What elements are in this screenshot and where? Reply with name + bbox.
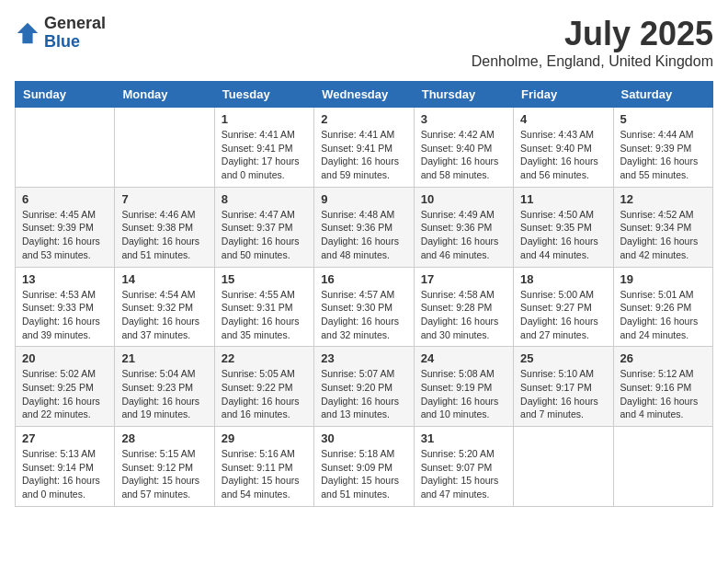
calendar-week-row: 6Sunrise: 4:45 AMSunset: 9:39 PMDaylight… — [16, 187, 713, 267]
day-info: Sunrise: 4:47 AMSunset: 9:37 PMDaylight:… — [222, 208, 307, 262]
day-number: 26 — [620, 351, 706, 365]
calendar-cell — [613, 427, 712, 507]
calendar-cell: 28Sunrise: 5:15 AMSunset: 9:12 PMDayligh… — [115, 427, 214, 507]
calendar-cell: 23Sunrise: 5:07 AMSunset: 9:20 PMDayligh… — [314, 347, 414, 427]
calendar-cell: 3Sunrise: 4:42 AMSunset: 9:40 PMDaylight… — [414, 108, 513, 188]
calendar-cell: 22Sunrise: 5:05 AMSunset: 9:22 PMDayligh… — [214, 347, 313, 427]
calendar-cell: 19Sunrise: 5:01 AMSunset: 9:26 PMDayligh… — [613, 267, 712, 347]
day-number: 15 — [222, 272, 307, 286]
day-number: 22 — [222, 351, 307, 365]
logo-text: General Blue — [44, 15, 106, 52]
svg-marker-0 — [17, 23, 38, 43]
day-info: Sunrise: 4:41 AMSunset: 9:41 PMDaylight:… — [222, 128, 307, 182]
day-number: 13 — [22, 272, 108, 286]
calendar-week-row: 13Sunrise: 4:53 AMSunset: 9:33 PMDayligh… — [16, 267, 713, 347]
calendar-cell: 10Sunrise: 4:49 AMSunset: 9:36 PMDayligh… — [414, 187, 513, 267]
calendar-cell: 9Sunrise: 4:48 AMSunset: 9:36 PMDaylight… — [314, 187, 414, 267]
calendar-cell: 15Sunrise: 4:55 AMSunset: 9:31 PMDayligh… — [214, 267, 313, 347]
day-number: 10 — [421, 192, 506, 206]
calendar-cell: 2Sunrise: 4:41 AMSunset: 9:41 PMDaylight… — [314, 108, 414, 188]
calendar-cell: 27Sunrise: 5:13 AMSunset: 9:14 PMDayligh… — [16, 427, 115, 507]
calendar-cell: 24Sunrise: 5:08 AMSunset: 9:19 PMDayligh… — [414, 347, 513, 427]
weekday-header: Thursday — [414, 82, 513, 108]
calendar-cell: 21Sunrise: 5:04 AMSunset: 9:23 PMDayligh… — [115, 347, 214, 427]
day-info: Sunrise: 4:41 AMSunset: 9:41 PMDaylight:… — [321, 128, 406, 182]
day-number: 3 — [421, 112, 506, 126]
day-number: 27 — [22, 431, 108, 445]
weekday-header: Sunday — [16, 82, 115, 108]
calendar-cell: 31Sunrise: 5:20 AMSunset: 9:07 PMDayligh… — [414, 427, 513, 507]
day-number: 16 — [321, 272, 406, 286]
day-number: 9 — [321, 192, 406, 206]
logo-general: General — [44, 15, 106, 33]
calendar-cell: 7Sunrise: 4:46 AMSunset: 9:38 PMDaylight… — [115, 187, 214, 267]
day-number: 5 — [620, 112, 706, 126]
day-number: 4 — [520, 112, 606, 126]
day-info: Sunrise: 5:12 AMSunset: 9:16 PMDaylight:… — [620, 367, 706, 421]
calendar-cell — [514, 427, 613, 507]
logo: General Blue — [15, 15, 106, 52]
weekday-header: Friday — [514, 82, 613, 108]
subtitle: Denholme, England, United Kingdom — [472, 53, 713, 70]
day-info: Sunrise: 5:20 AMSunset: 9:07 PMDaylight:… — [421, 447, 506, 501]
logo-blue: Blue — [44, 33, 106, 52]
title-section: July 2025 Denholme, England, United King… — [472, 15, 713, 70]
day-info: Sunrise: 4:44 AMSunset: 9:39 PMDaylight:… — [620, 128, 706, 182]
day-info: Sunrise: 4:46 AMSunset: 9:38 PMDaylight:… — [121, 208, 207, 262]
calendar-cell: 4Sunrise: 4:43 AMSunset: 9:40 PMDaylight… — [514, 108, 613, 188]
calendar-cell: 29Sunrise: 5:16 AMSunset: 9:11 PMDayligh… — [214, 427, 313, 507]
calendar-cell: 18Sunrise: 5:00 AMSunset: 9:27 PMDayligh… — [514, 267, 613, 347]
calendar-cell: 20Sunrise: 5:02 AMSunset: 9:25 PMDayligh… — [16, 347, 115, 427]
logo-icon — [15, 20, 40, 46]
weekday-header: Monday — [115, 82, 214, 108]
day-info: Sunrise: 4:54 AMSunset: 9:32 PMDaylight:… — [121, 288, 207, 342]
day-info: Sunrise: 5:16 AMSunset: 9:11 PMDaylight:… — [222, 447, 307, 501]
day-info: Sunrise: 5:04 AMSunset: 9:23 PMDaylight:… — [121, 367, 207, 421]
calendar-header-row: SundayMondayTuesdayWednesdayThursdayFrid… — [16, 82, 713, 108]
day-info: Sunrise: 4:43 AMSunset: 9:40 PMDaylight:… — [520, 128, 606, 182]
day-number: 21 — [121, 351, 207, 365]
calendar-cell: 5Sunrise: 4:44 AMSunset: 9:39 PMDaylight… — [613, 108, 712, 188]
day-number: 28 — [121, 431, 207, 445]
day-number: 6 — [22, 192, 108, 206]
calendar-cell: 6Sunrise: 4:45 AMSunset: 9:39 PMDaylight… — [16, 187, 115, 267]
weekday-header: Saturday — [613, 82, 712, 108]
day-info: Sunrise: 4:58 AMSunset: 9:28 PMDaylight:… — [421, 288, 506, 342]
page-header: General Blue July 2025 Denholme, England… — [15, 15, 713, 70]
day-number: 11 — [520, 192, 606, 206]
calendar-cell: 16Sunrise: 4:57 AMSunset: 9:30 PMDayligh… — [314, 267, 414, 347]
day-number: 7 — [121, 192, 207, 206]
calendar-cell — [16, 108, 115, 188]
day-info: Sunrise: 5:02 AMSunset: 9:25 PMDaylight:… — [22, 367, 108, 421]
day-number: 30 — [321, 431, 406, 445]
day-number: 17 — [421, 272, 506, 286]
day-number: 1 — [222, 112, 307, 126]
calendar-cell: 13Sunrise: 4:53 AMSunset: 9:33 PMDayligh… — [16, 267, 115, 347]
day-info: Sunrise: 5:05 AMSunset: 9:22 PMDaylight:… — [222, 367, 307, 421]
calendar-cell: 12Sunrise: 4:52 AMSunset: 9:34 PMDayligh… — [613, 187, 712, 267]
day-number: 29 — [222, 431, 307, 445]
day-info: Sunrise: 5:13 AMSunset: 9:14 PMDaylight:… — [22, 447, 108, 501]
day-info: Sunrise: 5:10 AMSunset: 9:17 PMDaylight:… — [520, 367, 606, 421]
calendar-cell: 1Sunrise: 4:41 AMSunset: 9:41 PMDaylight… — [214, 108, 313, 188]
day-number: 18 — [520, 272, 606, 286]
day-info: Sunrise: 5:00 AMSunset: 9:27 PMDaylight:… — [520, 288, 606, 342]
day-info: Sunrise: 5:08 AMSunset: 9:19 PMDaylight:… — [421, 367, 506, 421]
main-title: July 2025 — [472, 15, 713, 53]
calendar-cell: 25Sunrise: 5:10 AMSunset: 9:17 PMDayligh… — [514, 347, 613, 427]
day-info: Sunrise: 4:49 AMSunset: 9:36 PMDaylight:… — [421, 208, 506, 262]
day-number: 8 — [222, 192, 307, 206]
day-number: 31 — [421, 431, 506, 445]
day-info: Sunrise: 4:50 AMSunset: 9:35 PMDaylight:… — [520, 208, 606, 262]
calendar-cell: 30Sunrise: 5:18 AMSunset: 9:09 PMDayligh… — [314, 427, 414, 507]
day-info: Sunrise: 5:01 AMSunset: 9:26 PMDaylight:… — [620, 288, 706, 342]
day-number: 20 — [22, 351, 108, 365]
calendar-week-row: 1Sunrise: 4:41 AMSunset: 9:41 PMDaylight… — [16, 108, 713, 188]
calendar-cell: 26Sunrise: 5:12 AMSunset: 9:16 PMDayligh… — [613, 347, 712, 427]
day-number: 25 — [520, 351, 606, 365]
day-number: 19 — [620, 272, 706, 286]
calendar-table: SundayMondayTuesdayWednesdayThursdayFrid… — [15, 81, 713, 507]
calendar-week-row: 20Sunrise: 5:02 AMSunset: 9:25 PMDayligh… — [16, 347, 713, 427]
calendar-cell — [115, 108, 214, 188]
day-number: 12 — [620, 192, 706, 206]
